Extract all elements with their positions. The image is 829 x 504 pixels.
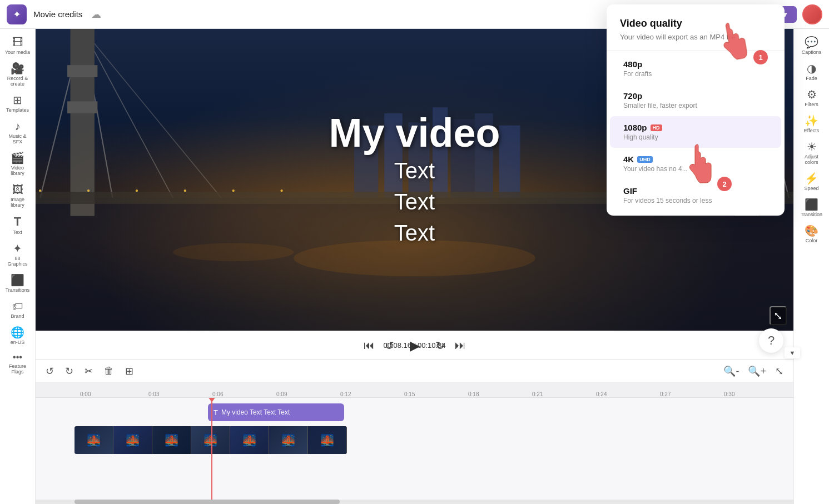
sidebar-item-transition-right[interactable]: ⬛ Transition [796,196,827,221]
flags-icon: ••• [13,353,22,362]
sidebar-item-templates[interactable]: ⊞ Templates [2,91,33,116]
zoom-out-button[interactable]: 🔍- [720,363,742,380]
video-thumb-2: 🌉 [113,426,152,454]
step-badge-2: 2 [717,177,732,191]
step-badge-1: 1 [753,50,768,64]
timeline-area: ↺ ↻ ✂ 🗑 ⊞ 🔍- 🔍+ ⤡ 0:00 0:03 0:06 0:09 [36,360,793,504]
record-icon: 🎥 [11,63,24,74]
quality-title: Video quality [607,18,785,33]
sidebar-label-fade: Fade [806,76,817,81]
panel-toggle-button[interactable]: ▼ [785,347,800,358]
rewind-button[interactable]: ↺ [385,339,394,352]
redo-button[interactable]: ↻ [62,363,77,380]
zoom-controls: 🔍- 🔍+ ⤡ [720,363,787,380]
effects-icon: ✨ [805,115,818,126]
sidebar-label-music: Music & SFX [4,133,31,144]
app-logo: ✦ [7,4,27,24]
sidebar-item-record-create[interactable]: 🎥 Record &create [2,59,33,90]
sidebar-label-flags: Feature Flags [4,363,31,375]
forward-button[interactable]: ↻ [435,339,445,352]
sidebar-item-your-media[interactable]: 🎞 Your media [2,33,33,58]
sidebar-label-lang: en-US [11,340,25,345]
sidebar-label-color: Color [806,238,818,243]
sidebar-item-image-library[interactable]: 🖼 Image library [2,181,33,211]
sidebar-label-your-media: Your media [5,49,30,55]
user-avatar[interactable] [802,4,822,24]
video-text-overlay: My video Text Text Text [329,111,500,248]
video-subtitle: Text Text Text [329,155,500,248]
templates-icon: ⊞ [13,94,22,106]
help-button[interactable]: ? [759,328,783,353]
video-thumb-6: 🌉 [269,426,308,454]
playback-bar: ⏮ ↺ ▶ ↻ ⏭ 00:08.16 / 00:10.84 [36,331,793,360]
cut-button[interactable]: ✂ [81,363,96,380]
video-track-row: 🌉 🌉 🌉 🌉 🌉 [75,425,793,456]
sidebar-label-speed: Speed [804,186,818,191]
sidebar-item-graphics[interactable]: ✦ 88 Graphics [2,239,33,270]
graphics-icon: ✦ [13,243,22,254]
text-track-row: T My video Text Text Text [75,400,793,425]
speed-icon: ⚡ [805,173,818,184]
media-icon: 🎞 [12,37,23,48]
sidebar-item-music[interactable]: ♪ Music & SFX [2,117,33,148]
filters-icon: ⚙ [807,89,817,100]
sidebar-label-brand: Brand [11,313,24,319]
project-title: Movie credits [33,9,82,19]
sidebar-label-transitions: Transitions [6,287,30,293]
fit-button[interactable]: ⤡ [772,363,787,380]
sidebar-label-image-lib: Image library [4,197,31,208]
sidebar-item-en-us[interactable]: 🌐 en-US [2,323,33,348]
sidebar-label-captions: Captions [802,49,822,55]
sidebar-item-transitions[interactable]: ⬛ Transitions [2,271,33,296]
video-thumb-3: 🌉 [152,426,191,454]
sidebar-item-text[interactable]: T Text [2,212,33,238]
sidebar-label-record: Record &create [7,76,28,87]
cloud-icon: ☁ [91,8,101,21]
text-track[interactable]: T My video Text Text Text [208,403,344,421]
sidebar-label-adjust-colors: Adjust colors [798,154,825,165]
sidebar-item-color[interactable]: 🎨 Color [796,222,827,247]
sidebar-label-text: Text [13,229,22,235]
zoom-in-button[interactable]: 🔍+ [744,363,770,380]
brand-icon: 🏷 [12,301,23,312]
skip-forward-button[interactable]: ⏭ [455,339,466,352]
uhd-badge: UHD [637,156,653,163]
right-sidebar: 💬 Captions ◑ Fade ⚙ Filters ✨ Effects ☀ … [793,29,829,504]
sidebar-label-templates: Templates [6,107,29,113]
sidebar-item-filters[interactable]: ⚙ Filters [796,86,827,111]
sidebar-label-effects: Effects [804,128,819,133]
sidebar-item-fade[interactable]: ◑ Fade [796,59,827,84]
duplicate-button[interactable]: ⊞ [122,363,137,380]
timeline-tracks: T My video Text Text Text 🌉 🌉 [36,398,793,500]
sidebar-item-speed[interactable]: ⚡ Speed [796,169,827,194]
ruler-marks: 0:00 0:03 0:06 0:09 0:12 0:15 0:18 0:21 … [75,382,793,397]
video-thumb-1: 🌉 [75,426,113,454]
undo-button[interactable]: ↺ [42,363,57,380]
expand-button[interactable]: ⤡ [770,306,787,325]
skip-back-button[interactable]: ⏮ [364,339,375,352]
captions-icon: 💬 [805,37,818,48]
video-thumb-7: 🌉 [308,426,347,454]
music-icon: ♪ [15,121,21,132]
sidebar-item-effects[interactable]: ✨ Effects [796,112,827,137]
hand-cursor-2 [679,142,715,197]
video-thumb-4: 🌉 [191,426,230,454]
video-track[interactable]: 🌉 🌉 🌉 🌉 🌉 [75,426,347,454]
timeline-toolbar: ↺ ↻ ✂ 🗑 ⊞ 🔍- 🔍+ ⤡ [36,360,793,382]
sidebar-item-feature-flags[interactable]: ••• Feature Flags [2,350,33,378]
sidebar-item-brand[interactable]: 🏷 Brand [2,297,33,322]
adjust-colors-icon: ☀ [807,141,817,152]
left-sidebar: 🎞 Your media 🎥 Record &create ⊞ Template… [0,29,36,504]
sidebar-item-adjust-colors[interactable]: ☀ Adjust colors [796,138,827,168]
quality-option-720p[interactable]: 720p Smaller file, faster export [610,84,781,116]
sidebar-item-video-library[interactable]: 🎬 Video library [2,149,33,179]
transition-right-icon: ⬛ [805,199,818,210]
sidebar-label-video-lib: Video library [4,165,31,176]
play-button[interactable]: ▶ [404,335,425,356]
sidebar-item-captions[interactable]: 💬 Captions [796,33,827,58]
color-icon: 🎨 [805,225,818,236]
delete-button[interactable]: 🗑 [101,363,117,379]
lang-icon: 🌐 [11,327,24,338]
timeline-scrollbar[interactable] [36,500,793,504]
video-lib-icon: 🎬 [11,152,24,163]
